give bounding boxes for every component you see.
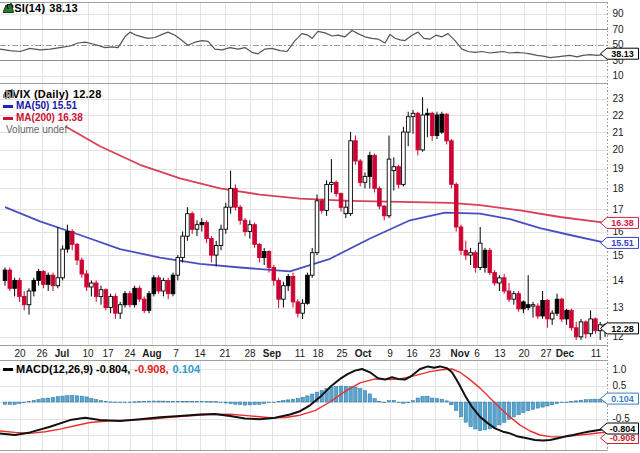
macd-histogram-bar: [445, 401, 448, 402]
candle-body: [555, 299, 559, 313]
candle-body: [267, 252, 271, 268]
date-axis-label: 13: [494, 348, 506, 359]
candle-body: [262, 252, 266, 258]
candle-body: [123, 294, 127, 305]
date-axis-label: 9: [387, 348, 393, 359]
candle-body: [363, 176, 367, 182]
candle-body: [507, 291, 511, 299]
candle-body: [219, 229, 223, 245]
candle-body: [541, 301, 545, 317]
candle-body: [109, 296, 113, 307]
candle-body: [166, 280, 170, 293]
value-bubble-text: 15.51: [611, 238, 634, 248]
candle-body: [310, 253, 314, 276]
candle-body: [18, 280, 22, 296]
candle-body: [531, 305, 535, 306]
date-axis-label: 25: [336, 348, 348, 359]
candle-body: [70, 232, 74, 245]
date-axis-label: Oct: [355, 348, 372, 359]
date-axis-label: 7: [173, 348, 179, 359]
macd-histogram-bar: [407, 402, 410, 403]
candle-body: [565, 310, 569, 319]
rsi-axis-label: 10: [613, 70, 625, 81]
candle-body: [570, 310, 574, 327]
candle-body: [459, 227, 463, 250]
candle-body: [22, 296, 26, 304]
date-axis-label: 20: [518, 348, 530, 359]
macd-histogram-bar: [18, 402, 21, 404]
candle-body: [589, 319, 593, 334]
macd-axis-label: -0.5: [613, 413, 631, 424]
macd-histogram-bar: [335, 386, 338, 402]
macd-histogram-bar: [128, 402, 131, 403]
macd-histogram-bar: [435, 399, 438, 403]
date-axis-label: Nov: [451, 348, 470, 359]
candle-body: [104, 290, 108, 308]
candle-body: [584, 322, 588, 334]
candle-body: [368, 155, 372, 176]
macd-histogram-bar: [354, 387, 357, 402]
macd-histogram-bar: [541, 402, 544, 407]
candle-body: [406, 117, 410, 132]
candle-body: [214, 246, 218, 256]
macd-histogram-bar: [263, 402, 266, 404]
candle-body: [272, 268, 276, 281]
candle-body: [176, 258, 180, 276]
candle-body: [205, 223, 209, 239]
macd-histogram-bar: [594, 399, 597, 402]
candle-body: [488, 250, 492, 272]
macd-histogram-bar: [584, 400, 587, 402]
candle-body: [51, 275, 55, 286]
candle-body: [450, 141, 454, 185]
macd-histogram-bar: [56, 397, 59, 402]
macd-histogram-bar: [51, 398, 54, 403]
macd-histogram-bar: [186, 401, 189, 402]
macd-histogram-bar: [378, 401, 381, 402]
date-axis-label: 24: [124, 348, 136, 359]
macd-histogram-bar: [455, 402, 458, 411]
candle-body: [574, 328, 578, 337]
macd-histogram-bar: [474, 402, 477, 429]
candle-body: [579, 322, 583, 337]
date-axis-label: 21: [219, 348, 231, 359]
macd-histogram-bar: [3, 402, 6, 404]
value-bubble-text: -0.804: [610, 424, 636, 434]
candle-body: [277, 280, 281, 299]
macd-histogram-bar: [546, 402, 549, 406]
candle-body: [291, 277, 295, 302]
macd-histogram-bar: [272, 402, 275, 403]
macd-histogram-bar: [23, 402, 26, 403]
chart-svg: 90705030102322212019181716151413121.00.5…: [0, 0, 640, 453]
macd-histogram-bar: [61, 396, 64, 402]
macd-histogram-bar: [359, 389, 362, 402]
macd-histogram-bar: [373, 399, 376, 402]
candle-body: [397, 167, 401, 185]
candle-body: [42, 271, 46, 284]
macd-histogram-bar: [267, 402, 270, 403]
macd-histogram-bar: [133, 402, 136, 403]
candle-body: [142, 299, 146, 310]
candle-body: [13, 280, 17, 288]
macd-histogram-bar: [531, 402, 534, 409]
candle-body: [339, 194, 343, 208]
macd-histogram-bar: [47, 398, 50, 402]
candle-body: [550, 313, 554, 319]
macd-histogram-bar: [253, 402, 256, 405]
macd-histogram-bar: [579, 400, 582, 402]
candle-body: [301, 303, 305, 313]
candle-body: [392, 167, 396, 171]
macd-histogram-bar: [306, 396, 309, 402]
candle-body: [517, 294, 521, 309]
macd-histogram-bar: [368, 394, 371, 402]
value-bubble-text: 38.13: [611, 49, 634, 59]
macd-histogram-bar: [152, 401, 155, 402]
candle-body: [306, 275, 310, 303]
candle-body: [464, 250, 468, 255]
candle-body: [46, 275, 50, 284]
price-axis-label: 19: [613, 163, 625, 174]
candle-body: [474, 253, 478, 268]
candle-body: [195, 225, 199, 230]
macd-axis-label: 0.5: [613, 380, 627, 391]
candle-body: [248, 225, 252, 232]
candle-body: [66, 232, 70, 250]
